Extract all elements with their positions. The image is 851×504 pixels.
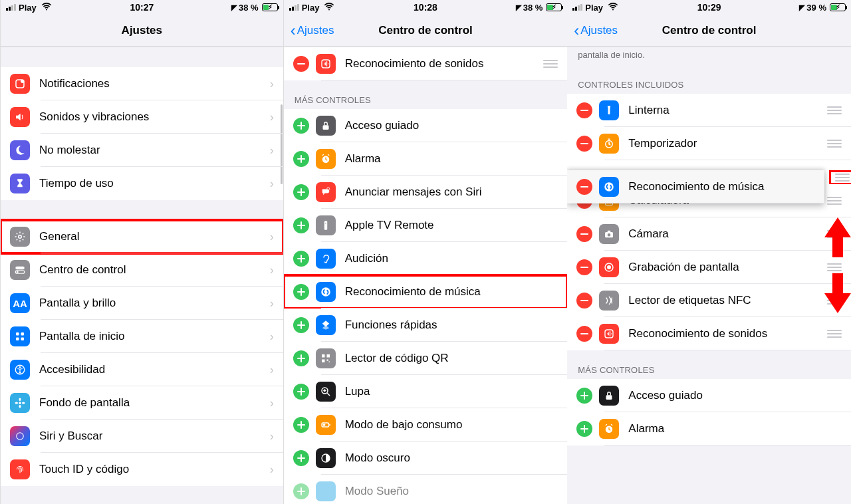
carrier: Play (585, 3, 603, 13)
row-camera[interactable]: Cámara (567, 217, 851, 251)
location-icon: ◤ (516, 3, 521, 12)
chevron-icon: › (270, 297, 274, 311)
magnifier-icon (316, 382, 336, 402)
svg-point-18 (17, 433, 24, 440)
svg-point-13 (19, 402, 21, 404)
chevron-icon: › (270, 110, 274, 124)
remove-button[interactable] (576, 179, 592, 195)
row-flashlight[interactable]: Linterna (567, 94, 851, 127)
battery-percent: 39 % (806, 3, 826, 13)
add-button[interactable] (576, 388, 592, 404)
add-button[interactable] (293, 417, 309, 433)
row-label: Touch ID y código (39, 463, 267, 476)
svg-point-15 (19, 405, 21, 408)
add-button[interactable] (293, 483, 309, 499)
row-label: Audición (345, 252, 558, 265)
drag-handle-icon[interactable] (835, 174, 850, 182)
row-label: Apple TV Remote (345, 219, 558, 232)
row-wallpaper[interactable]: Fondo de pantalla › (1, 386, 283, 420)
row-guided-access[interactable]: Acceso guiado (284, 109, 568, 142)
row-shortcuts[interactable]: Funciones rápidas (284, 309, 568, 342)
remove-button[interactable] (576, 326, 592, 342)
wifi-icon (607, 1, 619, 15)
row-label: Modo de bajo consumo (345, 418, 558, 432)
svg-point-2 (21, 80, 24, 83)
announce-icon (316, 182, 336, 202)
row-announce-siri[interactable]: Anunciar mensajes con Siri (284, 176, 568, 209)
drag-handle-icon[interactable] (827, 263, 842, 271)
add-button[interactable] (293, 384, 309, 400)
row-homescreen[interactable]: Pantalla de inicio › (1, 320, 283, 353)
drag-handle-icon[interactable] (827, 106, 842, 114)
svg-point-52 (607, 265, 611, 269)
row-screentime[interactable]: Tiempo de uso › (1, 167, 283, 200)
row-accessibility[interactable]: Accesibilidad › (1, 353, 283, 386)
remove-button[interactable] (576, 136, 592, 152)
drag-handle-icon[interactable] (543, 60, 558, 68)
more-controls-list: Acceso guiado Alarma Anunciar mensajes c… (284, 109, 568, 504)
row-dnd[interactable]: No molestar › (1, 134, 283, 167)
page-title: Centro de control (378, 24, 473, 37)
svg-point-16 (15, 402, 19, 404)
row-alarm[interactable]: Alarma (284, 142, 568, 176)
add-button[interactable] (293, 118, 309, 134)
row-timer[interactable]: Temporizador (567, 127, 851, 160)
row-apple-tv-remote[interactable]: Apple TV Remote (284, 209, 568, 242)
row-alarm[interactable]: Alarma (567, 412, 851, 445)
row-general[interactable]: General › (1, 220, 283, 253)
remove-button[interactable] (576, 102, 592, 118)
row-hearing[interactable]: Audición (284, 242, 568, 275)
row-music-recognition[interactable]: Reconocimiento de música (284, 275, 568, 309)
row-label: Funciones rápidas (345, 318, 558, 332)
notifications-icon (10, 74, 30, 94)
row-sound-recognition[interactable]: Reconocimiento de sonidos (284, 47, 568, 80)
remove-button[interactable] (293, 56, 309, 72)
row-display[interactable]: AA Pantalla y brillo › (1, 287, 283, 320)
row-sleep[interactable]: Modo Sueño (284, 475, 568, 504)
drag-gap: Reconocimiento de música (567, 160, 851, 193)
remove-button[interactable] (576, 293, 592, 309)
drag-handle-icon[interactable] (827, 140, 842, 148)
nav-bar: ‹ Ajustes Centro de control (567, 15, 851, 47)
remove-button[interactable] (576, 259, 592, 275)
add-button[interactable] (293, 350, 309, 366)
add-button[interactable] (293, 151, 309, 167)
row-touchid[interactable]: Touch ID y código › (1, 453, 283, 486)
add-button[interactable] (293, 251, 309, 267)
back-button[interactable]: ‹ Ajustes (574, 23, 618, 39)
add-button[interactable] (576, 421, 592, 437)
status-time: 10:27 (130, 2, 154, 13)
add-button[interactable] (293, 317, 309, 333)
row-low-power[interactable]: Modo de bajo consumo (284, 408, 568, 441)
row-music-recognition-dragging[interactable]: Reconocimiento de música (567, 170, 824, 203)
drag-handle-icon[interactable] (827, 197, 842, 205)
row-sounds[interactable]: Sonidos y vibraciones › (1, 100, 283, 134)
row-magnifier[interactable]: Lupa (284, 375, 568, 408)
row-guided-access[interactable]: Acceso guiado (567, 379, 851, 412)
battery-low-icon (316, 415, 336, 435)
add-button[interactable] (293, 450, 309, 466)
drag-handle-target[interactable] (830, 171, 851, 184)
drag-handle-icon[interactable] (827, 330, 842, 338)
row-dark-mode[interactable]: Modo oscuro (284, 441, 568, 475)
back-button[interactable]: ‹ Ajustes (291, 23, 334, 39)
row-nfc[interactable]: Lector de etiquetas NFC (567, 284, 851, 317)
svg-rect-20 (322, 60, 330, 68)
chevron-icon: › (270, 330, 274, 344)
row-qr[interactable]: Lector de código QR (284, 342, 568, 375)
back-label: Ajustes (580, 24, 618, 37)
svg-rect-24 (324, 221, 327, 230)
remove-button[interactable] (576, 226, 592, 242)
hourglass-icon (10, 174, 30, 193)
add-button[interactable] (293, 217, 309, 233)
svg-rect-50 (608, 231, 611, 233)
row-sound-recognition[interactable]: Reconocimiento de sonidos (567, 317, 851, 350)
svg-point-23 (327, 188, 330, 190)
add-button[interactable] (293, 184, 309, 200)
row-siri[interactable]: Siri y Buscar › (1, 420, 283, 453)
row-notifications[interactable]: Notificaciones › (1, 67, 283, 100)
row-label: Tiempo de uso (39, 177, 267, 190)
row-screen-record[interactable]: Grabación de pantalla (567, 251, 851, 284)
add-button[interactable] (293, 284, 309, 300)
row-control-center[interactable]: Centro de control › (1, 253, 283, 287)
